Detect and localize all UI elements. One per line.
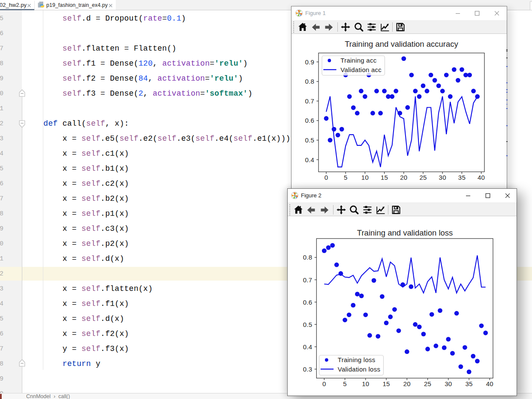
svg-text:Training loss: Training loss [338,356,376,363]
svg-text:15: 15 [381,174,388,181]
svg-text:0.8: 0.8 [305,78,314,85]
svg-text:Training and validation accura: Training and validation accuracy [345,39,458,48]
svg-text:0.6: 0.6 [305,117,314,124]
svg-text:0.4: 0.4 [305,156,314,163]
svg-text:0.4: 0.4 [303,343,313,351]
svg-text:0.8: 0.8 [303,254,313,261]
svg-text:10: 10 [361,174,369,181]
svg-text:0.7: 0.7 [303,276,313,284]
svg-text:Training acc: Training acc [340,57,376,64]
svg-text:Validation acc: Validation acc [340,66,382,73]
svg-text:0.3: 0.3 [303,366,313,373]
svg-text:Training and validation loss: Training and validation loss [357,228,453,237]
svg-text:0.7: 0.7 [305,97,314,105]
svg-text:20: 20 [403,380,411,387]
svg-text:15: 15 [383,380,390,387]
svg-text:0.5: 0.5 [303,321,313,328]
svg-text:5: 5 [343,380,347,387]
svg-text:30: 30 [445,380,452,387]
svg-text:30: 30 [439,174,446,181]
svg-text:25: 25 [419,174,427,181]
svg-text:40: 40 [486,380,493,387]
svg-text:25: 25 [424,380,431,387]
svg-text:35: 35 [466,380,473,387]
svg-text:40: 40 [478,174,485,181]
svg-text:0.9: 0.9 [305,58,314,66]
svg-text:20: 20 [400,174,407,181]
svg-text:35: 35 [458,174,466,181]
svg-text:5: 5 [344,174,348,181]
svg-text:0: 0 [322,380,326,387]
svg-text:10: 10 [362,380,369,387]
svg-text:0.5: 0.5 [305,136,314,144]
svg-text:0: 0 [325,174,328,181]
svg-text:0.6: 0.6 [303,299,313,306]
svg-text:Validation loss: Validation loss [338,366,380,373]
